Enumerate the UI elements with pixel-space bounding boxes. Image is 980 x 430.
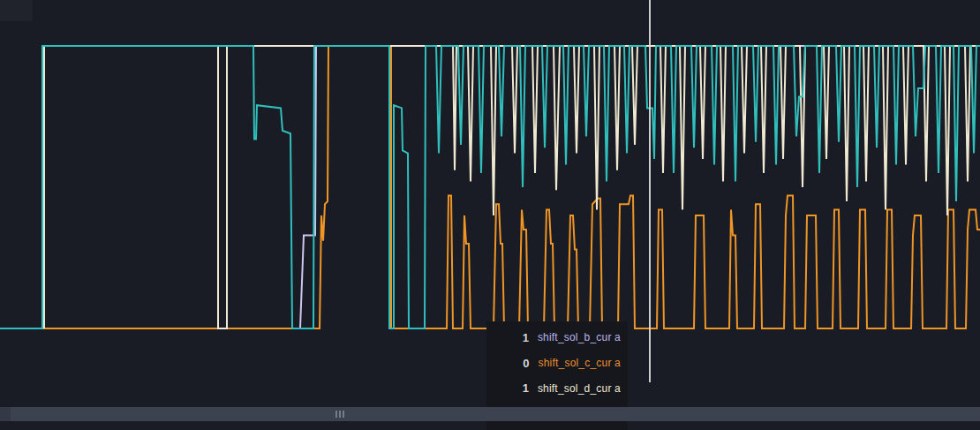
tooltip-value: 1 [494, 331, 529, 344]
time-tracker-cursor[interactable] [649, 0, 651, 382]
tooltip-series-label: shift_sol_b_cur a [538, 331, 621, 343]
tooltip-series-label: shift_sol_d_cur a [538, 382, 621, 395]
horizontal-scrollbar[interactable] [0, 407, 980, 421]
chart-lines [0, 46, 980, 328]
tooltip-row: 1shift_sol_d_cur a [494, 381, 621, 395]
tooltip-row: 1shift_sol_b_cur a [494, 331, 621, 344]
plot-window: 1shift_sol_b_cur a0shift_sol_c_cur a1shi… [0, 0, 980, 430]
series-shift_sol_c_cur [0, 46, 980, 328]
tooltip-value: 1 [494, 381, 529, 395]
tooltip-row: 0shift_sol_c_cur a [494, 357, 621, 370]
scrollbar-endcap [0, 407, 11, 421]
tooltip-value: 0 [494, 357, 530, 370]
scrollbar-grip-icon[interactable] [333, 411, 347, 418]
tooltip-series-label: shift_sol_c_cur a [539, 357, 621, 369]
